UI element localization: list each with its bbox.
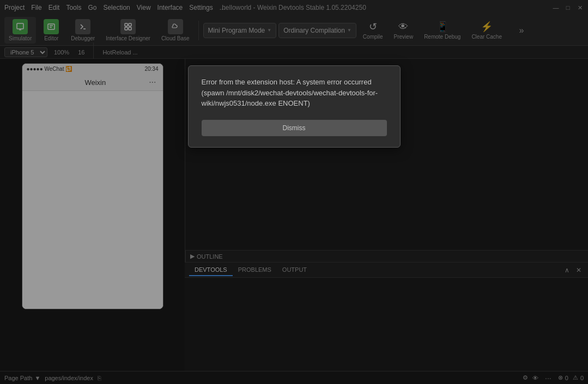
error-modal: Error from the extension host: A system … <box>188 65 401 148</box>
dismiss-button[interactable]: Dismiss <box>202 120 387 136</box>
error-message: Error from the extension host: A system … <box>202 77 387 109</box>
modal-overlay: Error from the extension host: A system … <box>0 0 588 384</box>
